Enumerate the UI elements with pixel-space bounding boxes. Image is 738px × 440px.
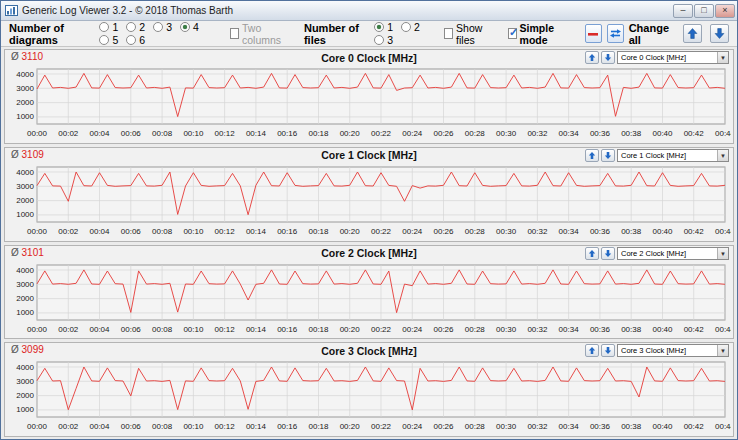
move-chart-down-button[interactable] <box>601 149 615 162</box>
panel-header: Ø 3110 Core 0 Clock [MHz] Core 0 Clock [… <box>5 50 733 65</box>
files-radio-1[interactable]: 1 <box>374 21 393 33</box>
svg-text:00:30: 00:30 <box>496 129 517 138</box>
svg-text:2000: 2000 <box>16 391 34 400</box>
average-value: Ø 3099 <box>11 344 44 355</box>
radio-icon <box>374 35 384 45</box>
svg-text:00:36: 00:36 <box>590 325 611 334</box>
svg-text:00:36: 00:36 <box>590 129 611 138</box>
move-chart-down-button[interactable] <box>601 51 615 64</box>
chart-title: Core 1 Clock [MHz] <box>321 149 417 161</box>
svg-text:00:26: 00:26 <box>433 325 454 334</box>
file-count-group: 1 2 3 <box>369 21 427 47</box>
move-chart-down-button[interactable] <box>601 247 615 260</box>
average-value: Ø 3101 <box>11 247 44 258</box>
svg-text:00:42: 00:42 <box>684 422 705 431</box>
diagrams-radio-4[interactable]: 4 <box>180 21 199 33</box>
svg-text:4000: 4000 <box>16 167 34 176</box>
files-radio-3[interactable]: 3 <box>374 34 393 46</box>
svg-text:3000: 3000 <box>16 377 34 386</box>
svg-text:00:28: 00:28 <box>465 227 486 236</box>
svg-text:00:06: 00:06 <box>121 227 142 236</box>
svg-text:00:00: 00:00 <box>27 325 48 334</box>
average-value: Ø 3109 <box>11 149 44 160</box>
svg-text:00:28: 00:28 <box>465 129 486 138</box>
svg-text:00:16: 00:16 <box>277 227 298 236</box>
panel-header: Ø 3109 Core 1 Clock [MHz] Core 1 Clock [… <box>5 148 733 163</box>
show-files-checkbox[interactable]: Show files <box>444 22 490 46</box>
diagrams-radio-6[interactable]: 6 <box>126 34 145 46</box>
diagrams-radio-3[interactable]: 3 <box>153 21 172 33</box>
move-chart-up-button[interactable] <box>585 51 599 64</box>
svg-text:00:44: 00:44 <box>715 422 731 431</box>
svg-text:00:34: 00:34 <box>559 325 580 334</box>
radio-selected-icon <box>374 22 384 32</box>
svg-text:00:10: 00:10 <box>183 325 204 334</box>
chevron-down-icon: ▼ <box>717 52 728 63</box>
svg-text:00:24: 00:24 <box>402 422 423 431</box>
svg-text:00:44: 00:44 <box>715 129 731 138</box>
files-radio-2[interactable]: 2 <box>401 21 420 33</box>
svg-text:00:10: 00:10 <box>183 227 204 236</box>
radio-icon <box>126 35 136 45</box>
svg-text:2000: 2000 <box>16 98 34 107</box>
move-chart-up-button[interactable] <box>585 149 599 162</box>
signal-dropdown[interactable]: Core 3 Clock [MHz] ▼ <box>617 344 729 357</box>
move-chart-up-button[interactable] <box>585 344 599 357</box>
signal-dropdown[interactable]: Core 0 Clock [MHz] ▼ <box>617 51 729 64</box>
app-icon <box>5 5 18 16</box>
svg-text:00:02: 00:02 <box>58 227 79 236</box>
minimize-button[interactable]: – <box>673 4 693 18</box>
svg-text:00:38: 00:38 <box>621 325 642 334</box>
diagram-count-group: 1 2 3 4 5 6 <box>94 21 213 47</box>
svg-text:00:06: 00:06 <box>121 422 142 431</box>
close-button[interactable]: × <box>715 4 735 18</box>
two-columns-checkbox[interactable]: Two columns <box>230 22 287 46</box>
signal-dropdown[interactable]: Core 1 Clock [MHz] ▼ <box>617 149 729 162</box>
change-all-down-button[interactable] <box>710 24 729 43</box>
svg-text:00:04: 00:04 <box>89 129 110 138</box>
svg-text:00:12: 00:12 <box>215 422 236 431</box>
diagrams-radio-2[interactable]: 2 <box>126 21 145 33</box>
move-chart-up-button[interactable] <box>585 247 599 260</box>
svg-text:00:32: 00:32 <box>527 227 548 236</box>
radio-icon <box>401 22 411 32</box>
chevron-down-icon: ▼ <box>717 150 728 161</box>
arrow-up-icon <box>588 346 596 355</box>
radio-icon <box>99 35 109 45</box>
svg-text:00:00: 00:00 <box>27 422 48 431</box>
panel-header: Ø 3101 Core 2 Clock [MHz] Core 2 Clock [… <box>5 246 733 261</box>
diagrams-radio-5[interactable]: 5 <box>99 34 118 46</box>
svg-text:00:28: 00:28 <box>465 422 486 431</box>
checkbox-icon <box>230 28 239 39</box>
red-dash-button[interactable] <box>585 24 602 43</box>
svg-text:00:24: 00:24 <box>402 129 423 138</box>
simple-mode-checkbox[interactable]: Simple mode <box>508 22 568 46</box>
svg-text:00:30: 00:30 <box>496 227 517 236</box>
title-bar[interactable]: Generic Log Viewer 3.2 - © 2018 Thomas B… <box>1 1 737 21</box>
line-chart-core3: 00:0000:0200:0400:0600:0800:1000:1200:14… <box>7 359 731 433</box>
chart-panel-core2: Ø 3101 Core 2 Clock [MHz] Core 2 Clock [… <box>4 245 734 340</box>
svg-text:00:38: 00:38 <box>621 227 642 236</box>
diagrams-radio-1[interactable]: 1 <box>99 21 118 33</box>
move-chart-down-button[interactable] <box>601 344 615 357</box>
svg-text:00:10: 00:10 <box>183 129 204 138</box>
svg-text:00:36: 00:36 <box>590 227 611 236</box>
svg-text:00:04: 00:04 <box>89 325 110 334</box>
svg-text:00:38: 00:38 <box>621 129 642 138</box>
svg-text:3000: 3000 <box>16 182 34 191</box>
svg-text:00:24: 00:24 <box>402 227 423 236</box>
change-all-up-button[interactable] <box>683 24 702 43</box>
svg-text:00:22: 00:22 <box>371 227 392 236</box>
signal-dropdown[interactable]: Core 2 Clock [MHz] ▼ <box>617 247 729 260</box>
panel-controls: Core 0 Clock [MHz] ▼ <box>585 51 729 64</box>
panel-controls: Core 2 Clock [MHz] ▼ <box>585 247 729 260</box>
svg-text:00:22: 00:22 <box>371 325 392 334</box>
refresh-icon <box>609 28 622 39</box>
svg-text:1000: 1000 <box>16 406 34 415</box>
maximize-button[interactable]: □ <box>694 4 714 18</box>
refresh-button[interactable] <box>607 24 624 43</box>
svg-text:3000: 3000 <box>16 84 34 93</box>
arrow-down-icon <box>604 346 612 355</box>
panel-controls: Core 3 Clock [MHz] ▼ <box>585 344 729 357</box>
change-all-group: Change all <box>629 22 729 46</box>
